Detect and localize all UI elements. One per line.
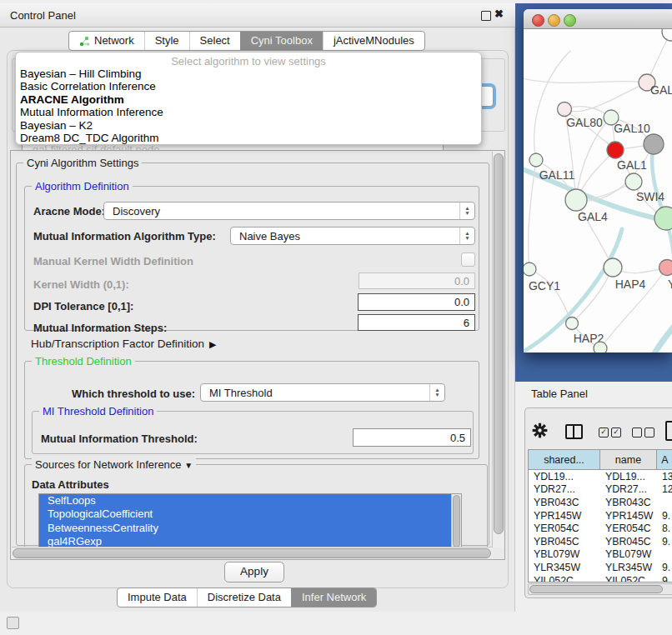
table-row[interactable]: YIL052CYIL052C9 xyxy=(529,574,672,582)
minimize-traffic-light[interactable] xyxy=(548,14,560,27)
mi-threshold-group-title: MI Threshold Definition xyxy=(39,405,157,418)
which-threshold-combo[interactable]: MI Threshold ▲▼ xyxy=(200,383,445,402)
table-row[interactable]: YBR045CYBR045C9. xyxy=(529,535,672,548)
table-cell: YIL052C xyxy=(529,575,600,582)
dropdown-prompt: Select algorithm to view settings xyxy=(16,52,481,68)
network-node[interactable] xyxy=(594,342,607,352)
tab-network[interactable]: Network xyxy=(69,32,144,50)
mi-steps-field[interactable]: 6 xyxy=(358,314,475,331)
data-attributes-label: Data Attributes xyxy=(32,478,109,491)
network-node[interactable] xyxy=(662,29,672,41)
table-row[interactable]: YLR345WYLR345W9. xyxy=(529,561,672,574)
kernel-width-label: Kernel Width (0,1): xyxy=(33,278,129,291)
tab-select[interactable]: Select xyxy=(189,32,240,50)
zoom-traffic-light[interactable] xyxy=(564,14,576,27)
control-panel-window: Control Panel ✖ NetworkStyleSelectCyni T… xyxy=(0,3,515,612)
which-threshold-label: Which threshold to use: xyxy=(72,388,195,400)
algorithm-definition-group: Algorithm Definition Aracne Mode: Discov… xyxy=(24,186,479,331)
network-node-y[interactable] xyxy=(659,260,672,276)
table-row[interactable]: YDL19...YDL19...13 xyxy=(529,470,672,483)
table-cell: 13 xyxy=(657,471,672,482)
tab-impute-data[interactable]: Impute Data xyxy=(118,588,197,607)
tab-cyni-toolbox[interactable]: Cyni Toolbox xyxy=(240,32,323,50)
attribute-item-selfloops[interactable]: SelfLoops xyxy=(39,494,452,508)
network-canvas[interactable]: GALGAL80GAL10GAL1GAL11GAL4SWI4HAP4YGCY1H… xyxy=(524,29,672,352)
apply-button[interactable]: Apply xyxy=(224,562,284,582)
threshold-definition-title: Threshold Definition xyxy=(32,355,135,368)
attribute-item-betweennesscentrality[interactable]: BetweennessCentrality xyxy=(39,522,452,535)
table-horizontal-scrollbar[interactable] xyxy=(528,583,672,595)
aracne-mode-combo[interactable]: Discovery ▲▼ xyxy=(103,202,475,220)
dropdown-item-bayesian-k2[interactable]: Bayesian – K2 xyxy=(16,119,481,132)
column-header-shared[interactable]: shared... xyxy=(529,450,600,469)
network-node[interactable] xyxy=(644,134,664,154)
list-scrollbar[interactable] xyxy=(451,494,461,549)
table-cell: YER054C xyxy=(529,522,600,534)
network-edge xyxy=(572,268,613,323)
column-header-name[interactable]: name xyxy=(600,450,657,469)
network-window-titlebar xyxy=(524,9,672,29)
hub-definition-toggle[interactable]: Hub/Transcription Factor Definition▶ xyxy=(31,338,217,350)
table-row[interactable]: YBR043CYBR043C xyxy=(529,496,672,509)
table-panel: ✓ ✓ shared...nameA YDL19...YDL19...13YDR… xyxy=(524,408,672,598)
data-attributes-list: SelfLoopsTopologicalCoefficientBetweenne… xyxy=(38,493,462,550)
tab-jactivemnodules[interactable]: jActiveMNodules xyxy=(323,32,424,50)
unchecked-box-icon[interactable] xyxy=(644,428,654,438)
unchecked-box-icon[interactable] xyxy=(632,428,642,438)
table-cell: YBL079W xyxy=(600,548,657,560)
tab-infer-network[interactable]: Infer Network xyxy=(291,588,376,607)
dpi-tolerance-field[interactable]: 0.0 xyxy=(358,293,475,311)
node-label: GAL80 xyxy=(566,116,603,129)
network-node-gal80[interactable] xyxy=(558,102,572,117)
table-row[interactable]: YER054CYER054C8. xyxy=(529,522,672,535)
network-node-gcy1[interactable] xyxy=(524,262,536,276)
table-cell: YBR043C xyxy=(600,497,657,508)
table-row[interactable]: YPR145WYPR145W9. xyxy=(529,509,672,522)
table-cell: YBL079W xyxy=(529,548,600,560)
network-node-hap2[interactable] xyxy=(566,318,579,330)
top-tab-bar: NetworkStyleSelectCyni ToolboxjActiveMNo… xyxy=(68,31,425,51)
tab-style[interactable]: Style xyxy=(144,32,189,50)
columns-icon[interactable] xyxy=(565,424,583,439)
attribute-item-topologicalcoefficient[interactable]: TopologicalCoefficient xyxy=(39,508,452,521)
tab-discretize-data[interactable]: Discretize Data xyxy=(197,588,291,607)
checked-box-icon[interactable]: ✓ xyxy=(599,428,609,438)
network-edge xyxy=(524,78,647,82)
stepper-icon: ▲▼ xyxy=(429,384,444,401)
network-node[interactable] xyxy=(607,142,624,158)
bottom-tab-bar: Impute DataDiscretize DataInfer Network xyxy=(117,588,377,608)
manual-kernel-checkbox[interactable] xyxy=(461,252,475,267)
network-node-swi4[interactable] xyxy=(654,207,672,230)
horizontal-scrollbar[interactable] xyxy=(12,547,493,558)
close-traffic-light[interactable] xyxy=(532,14,544,27)
checked-box-icon[interactable]: ✓ xyxy=(611,428,621,438)
vertical-scrollbar[interactable] xyxy=(492,152,504,548)
table-row[interactable]: YBL079WYBL079W xyxy=(529,548,672,562)
dropdown-item-dream8-dc-tdc-algorithm[interactable]: Dream8 DC_TDC Algorithm xyxy=(16,132,481,144)
table-row[interactable]: YDR27...YDR27...12 xyxy=(529,483,672,497)
mi-threshold-label: Mutual Information Threshold: xyxy=(41,432,198,445)
network-node-gal11[interactable] xyxy=(529,153,543,167)
network-edge xyxy=(642,322,672,352)
panel-dock-button[interactable] xyxy=(7,617,19,629)
mi-threshold-field[interactable]: 0.5 xyxy=(353,428,471,447)
dropdown-item-mutual-information-inference[interactable]: Mutual Information Inference xyxy=(16,106,481,118)
sources-group-title: Sources for Network Inference ▼ xyxy=(32,458,196,472)
network-node-hap4[interactable] xyxy=(604,258,622,277)
gear-icon[interactable] xyxy=(532,422,548,438)
mi-type-combo[interactable]: Naive Bayes ▲▼ xyxy=(230,227,475,245)
node-label: GAL11 xyxy=(539,168,575,182)
mi-type-label: Mutual Information Algorithm Type: xyxy=(33,230,216,242)
document-icon[interactable] xyxy=(665,421,672,441)
dropdown-item-aracne-algorithm[interactable]: ARACNE Algorithm xyxy=(16,93,481,106)
table-panel-title: Table Panel xyxy=(531,388,588,400)
dropdown-item-basic-correlation-inference[interactable]: Basic Correlation Inference xyxy=(16,80,481,92)
network-node-gal1[interactable] xyxy=(625,173,642,190)
column-header-a[interactable]: A xyxy=(657,450,672,469)
float-window-icon[interactable] xyxy=(481,11,491,21)
dropdown-item-bayesian-hill-climbing[interactable]: Bayesian – Hill Climbing xyxy=(16,68,481,80)
collapse-down-icon[interactable]: ▼ xyxy=(184,461,193,470)
network-node-gal4[interactable] xyxy=(565,189,587,211)
close-icon[interactable]: ✖ xyxy=(494,8,504,20)
table-cell: YBR045C xyxy=(600,536,657,548)
